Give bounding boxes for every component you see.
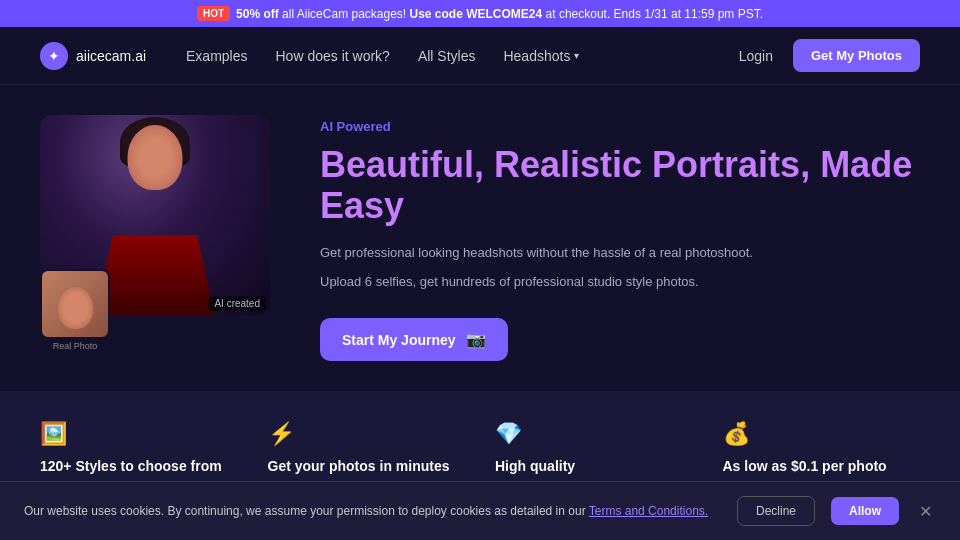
ai-powered-badge: AI Powered (320, 119, 920, 134)
cookie-terms-link[interactable]: Terms and Conditions. (589, 504, 708, 518)
logo-icon: ✦ (40, 42, 68, 70)
hero-content: AI Powered Beautiful, Realistic Portrait… (320, 115, 920, 361)
start-journey-button[interactable]: Start My Journey 📷 (320, 318, 508, 361)
styles-icon: 🖼️ (40, 421, 238, 447)
thumbnail-face (58, 287, 93, 329)
announcement-banner: HOT 50% off all AiiceCam packages! Use c… (0, 0, 960, 27)
cookie-banner: Our website uses cookies. By continuing,… (0, 481, 960, 540)
speed-icon: ⚡ (268, 421, 466, 447)
hero-image-container: AI created Real Photo (40, 115, 270, 315)
quality-icon: 💎 (495, 421, 693, 447)
hot-badge: HOT (197, 6, 230, 21)
cookie-decline-button[interactable]: Decline (737, 496, 815, 526)
nav-headshots[interactable]: Headshots ▾ (503, 48, 579, 64)
real-photo-label: Real Photo (40, 341, 110, 351)
navbar: ✦ aiicecam.ai Examples How does it work?… (0, 27, 960, 85)
hero-title: Beautiful, Realistic Portraits, Made Eas… (320, 144, 920, 227)
nav-examples[interactable]: Examples (186, 48, 247, 64)
get-photos-button[interactable]: Get My Photos (793, 39, 920, 72)
cookie-text: Our website uses cookies. By continuing,… (24, 502, 721, 520)
nav-links: Examples How does it work? All Styles He… (186, 48, 739, 64)
banner-text: 50% off all AiiceCam packages! Use code … (236, 7, 763, 21)
nav-how-it-works[interactable]: How does it work? (276, 48, 390, 64)
nav-all-styles[interactable]: All Styles (418, 48, 476, 64)
camera-icon: 📷 (466, 330, 486, 349)
feature-speed-title: Get your photos in minutes (268, 457, 466, 475)
cookie-allow-button[interactable]: Allow (831, 497, 899, 525)
logo-text: aiicecam.ai (76, 48, 146, 64)
feature-quality-title: High quality (495, 457, 693, 475)
hero-description-1: Get professional looking headshots witho… (320, 243, 920, 264)
portrait-head (128, 125, 183, 190)
price-icon: 💰 (723, 421, 921, 447)
feature-styles-title: 120+ Styles to choose from (40, 457, 238, 475)
login-button[interactable]: Login (739, 48, 773, 64)
close-icon[interactable]: ✕ (915, 498, 936, 525)
portrait-clothes (95, 235, 215, 315)
hero-section: AI created Real Photo AI Powered Beautif… (0, 85, 960, 381)
banner-bold: 50% off (236, 7, 279, 21)
hero-description-2: Upload 6 selfies, get hundreds of profes… (320, 272, 920, 293)
nav-actions: Login Get My Photos (739, 39, 920, 72)
feature-price-title: As low as $0.1 per photo (723, 457, 921, 475)
banner-code: Use code WELCOME24 (410, 7, 543, 21)
logo[interactable]: ✦ aiicecam.ai (40, 42, 146, 70)
chevron-down-icon: ▾ (574, 50, 579, 61)
real-photo-thumbnail (40, 269, 110, 339)
ai-created-label: AI created (208, 296, 266, 311)
